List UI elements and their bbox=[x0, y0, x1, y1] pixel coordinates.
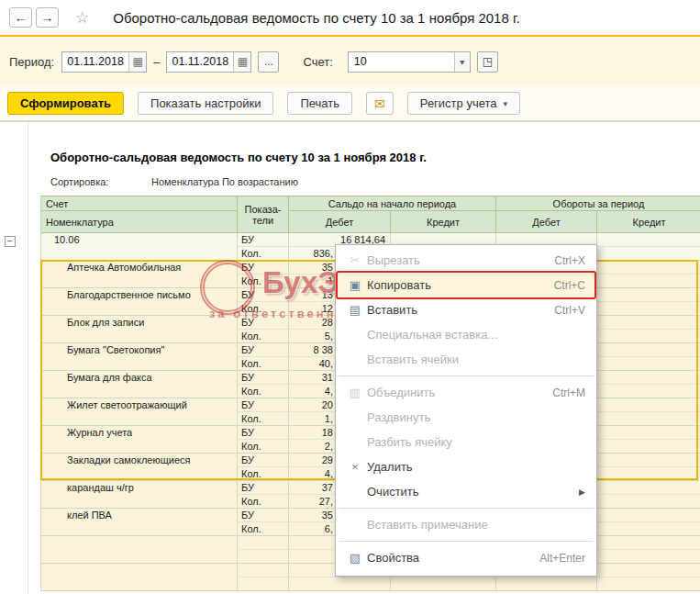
indicator-cell[interactable] bbox=[238, 577, 289, 590]
indicator-cell[interactable]: Кол. bbox=[238, 330, 289, 342]
indicator-cell[interactable]: БУ bbox=[238, 481, 289, 494]
row-name-cell[interactable]: Блок для записи bbox=[41, 316, 238, 342]
row-name-cell[interactable] bbox=[41, 536, 238, 563]
menu-item-label: Разбить ячейку bbox=[367, 435, 585, 449]
indicator-cell[interactable]: БУ bbox=[238, 261, 289, 274]
menu-item-label: Вставить bbox=[367, 303, 543, 317]
row-name-cell[interactable]: Аптечка Автомобильная bbox=[41, 261, 238, 287]
show-settings-button[interactable]: Показать настройки bbox=[138, 92, 273, 115]
indicator-cell[interactable]: БУ bbox=[238, 509, 289, 521]
credit-turnover-cell[interactable] bbox=[597, 495, 700, 508]
indicator-cell[interactable]: БУ bbox=[238, 233, 289, 246]
menu-item-properties[interactable]: ▧ Свойства Alt+Enter bbox=[336, 545, 596, 570]
register-button[interactable]: Регистр учета ▾ bbox=[407, 92, 520, 115]
credit-turnover-cell[interactable] bbox=[597, 412, 700, 425]
forward-button[interactable]: → bbox=[36, 7, 59, 28]
menu-item-split-cell: Разбить ячейку bbox=[336, 430, 596, 454]
row-name-cell[interactable]: Бумага "Светокопия" bbox=[41, 343, 238, 370]
period-to-value[interactable]: 01.11.2018 bbox=[167, 52, 233, 72]
calendar-icon[interactable]: ▦ bbox=[233, 52, 250, 72]
period-from-field[interactable]: 01.11.2018 ▦ bbox=[61, 51, 147, 73]
menu-item-delete[interactable]: × Удалить bbox=[336, 454, 596, 479]
indicator-cell[interactable] bbox=[238, 550, 289, 563]
row-name-cell[interactable] bbox=[41, 564, 238, 590]
indicator-cell[interactable]: Кол. bbox=[238, 385, 289, 398]
credit-turnover-cell[interactable] bbox=[597, 467, 700, 480]
indicator-cell[interactable]: Кол. bbox=[238, 467, 289, 480]
credit-turnover-cell[interactable] bbox=[597, 343, 700, 356]
indicator-cell[interactable] bbox=[238, 564, 289, 577]
row-name-cell[interactable]: Благодарственное письмо bbox=[41, 288, 238, 315]
credit-turnover-cell[interactable] bbox=[597, 577, 700, 590]
credit-turnover-cell[interactable] bbox=[597, 550, 700, 563]
indicator-cell[interactable]: Кол. bbox=[238, 275, 289, 287]
credit-turnover-cell[interactable] bbox=[597, 426, 700, 439]
menu-separator bbox=[339, 541, 594, 542]
menu-item-clear[interactable]: Очистить ▶ bbox=[336, 479, 596, 504]
row-name-cell[interactable]: Бумага для факса bbox=[41, 371, 238, 398]
credit-turnover-cell[interactable] bbox=[597, 481, 700, 494]
indicator-cell[interactable]: БУ bbox=[238, 288, 289, 301]
indicator-cell[interactable]: Кол. bbox=[238, 440, 289, 453]
back-button[interactable]: ← bbox=[9, 7, 32, 28]
credit-turnover-cell[interactable] bbox=[597, 288, 700, 301]
indicator-cell[interactable]: Кол. bbox=[238, 495, 289, 508]
period-from-value[interactable]: 01.11.2018 bbox=[62, 52, 128, 72]
indicator-cell[interactable]: БУ bbox=[238, 426, 289, 439]
indicator-cell[interactable] bbox=[238, 536, 289, 549]
collapse-group-button[interactable]: − bbox=[5, 236, 16, 247]
credit-turnover-cell[interactable] bbox=[597, 330, 700, 342]
credit-turnover-cell[interactable] bbox=[597, 454, 700, 466]
period-more-button[interactable]: ... bbox=[258, 51, 279, 73]
indicator-cell[interactable]: БУ bbox=[238, 316, 289, 329]
debit-turnover-cell[interactable] bbox=[496, 577, 597, 590]
print-button[interactable]: Печать bbox=[287, 92, 352, 115]
credit-turnover-cell[interactable] bbox=[597, 440, 700, 453]
credit-opening-cell[interactable] bbox=[391, 577, 496, 590]
calendar-icon[interactable]: ▦ bbox=[128, 52, 146, 72]
credit-turnover-cell[interactable] bbox=[597, 536, 700, 549]
menu-item-copy[interactable]: ▣ Копировать Ctrl+C bbox=[336, 273, 596, 297]
favorite-star-icon[interactable]: ☆ bbox=[75, 8, 89, 28]
indicator-cell[interactable]: Кол. bbox=[238, 357, 289, 370]
row-name-cell[interactable]: Жилет светоотражающий bbox=[41, 398, 238, 425]
credit-turnover-cell[interactable] bbox=[597, 233, 700, 246]
row-name-cell[interactable]: карандаш ч/гр bbox=[41, 481, 238, 508]
credit-turnover-cell[interactable] bbox=[597, 261, 700, 274]
indicator-cell[interactable]: Кол. bbox=[238, 247, 289, 260]
menu-item-insert-note: Вставить примечание bbox=[336, 512, 596, 537]
row-name-cell[interactable]: 10.06 bbox=[41, 233, 238, 260]
indicator-cell[interactable]: БУ bbox=[238, 398, 289, 411]
credit-turnover-cell[interactable] bbox=[597, 522, 700, 535]
account-dropdown-icon[interactable]: ▾ bbox=[454, 52, 470, 72]
debit-opening-cell[interactable] bbox=[289, 577, 391, 590]
credit-turnover-cell[interactable] bbox=[597, 564, 700, 577]
generate-button[interactable]: Сформировать bbox=[7, 92, 124, 115]
credit-turnover-cell[interactable] bbox=[597, 385, 700, 398]
credit-turnover-cell[interactable] bbox=[597, 275, 700, 287]
account-open-button[interactable]: ◳ bbox=[477, 51, 498, 73]
credit-turnover-cell[interactable] bbox=[597, 509, 700, 521]
window-title: Оборотно-сальдовая ведомость по счету 10… bbox=[113, 10, 520, 26]
indicator-cell[interactable]: Кол. bbox=[238, 302, 289, 315]
indicator-cell[interactable]: БУ bbox=[238, 343, 289, 356]
indicator-cell[interactable]: БУ bbox=[238, 371, 289, 384]
credit-turnover-cell[interactable] bbox=[597, 316, 700, 329]
email-button[interactable]: ✉ bbox=[366, 92, 394, 115]
header-account: Счет bbox=[41, 196, 238, 211]
credit-turnover-cell[interactable] bbox=[597, 247, 700, 260]
indicator-cell[interactable]: Кол. bbox=[238, 412, 289, 425]
account-field[interactable]: 10 ▾ bbox=[348, 51, 471, 73]
row-name-cell[interactable]: Закладки самоклеющиеся bbox=[41, 454, 238, 480]
credit-turnover-cell[interactable] bbox=[597, 302, 700, 315]
account-value[interactable]: 10 bbox=[349, 52, 454, 72]
indicator-cell[interactable]: БУ bbox=[238, 454, 289, 466]
row-name-cell[interactable]: Журнал учета bbox=[41, 426, 238, 453]
credit-turnover-cell[interactable] bbox=[597, 398, 700, 411]
indicator-cell[interactable]: Кол. bbox=[238, 522, 289, 535]
menu-item-paste[interactable]: ▤ Вставить Ctrl+V bbox=[336, 297, 596, 322]
credit-turnover-cell[interactable] bbox=[597, 371, 700, 384]
credit-turnover-cell[interactable] bbox=[597, 357, 700, 370]
row-name-cell[interactable]: клей ПВА bbox=[41, 509, 238, 535]
period-to-field[interactable]: 01.11.2018 ▦ bbox=[166, 51, 251, 73]
